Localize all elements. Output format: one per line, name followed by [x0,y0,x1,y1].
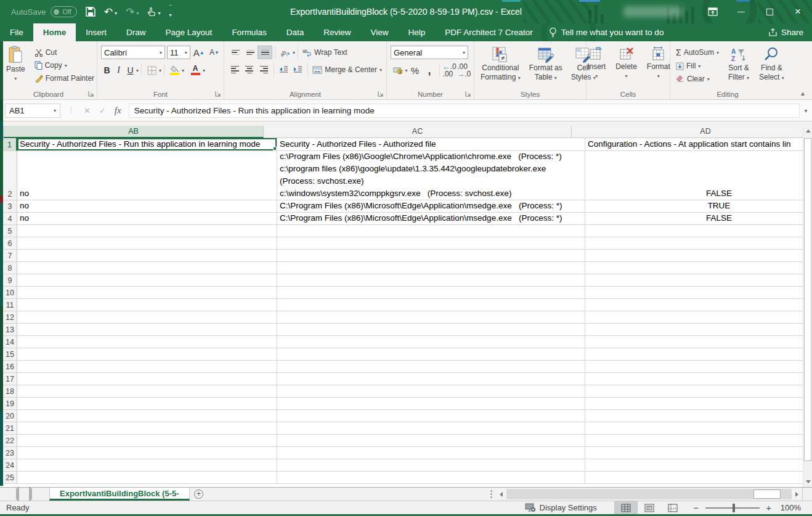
format-as-table-button[interactable]: Format as Table ▾ [527,46,565,83]
cell-AC5[interactable] [277,225,585,237]
row-header-20[interactable]: 20 [3,410,17,422]
cell-AD23[interactable] [585,447,803,459]
cell-AB20[interactable] [17,410,277,422]
collapse-ribbon-button[interactable]: ▲ [800,90,806,97]
vertical-scrollbar[interactable] [803,126,812,487]
cell-AD24[interactable] [585,459,803,472]
display-settings-button[interactable]: Display Settings [519,503,614,512]
tab-view[interactable]: View [360,23,398,41]
column-header-AC[interactable]: AC [264,126,572,138]
next-sheet-button[interactable] [29,489,32,500]
cell-AB9[interactable] [17,274,277,287]
cell-AC23[interactable] [277,447,585,459]
cell-AC8[interactable] [277,262,585,274]
cell-AB21[interactable] [17,422,277,435]
scroll-up-button[interactable] [803,126,812,136]
bottom-align-button[interactable] [258,46,272,59]
cell-AC1[interactable]: Security - Authorized Files - Authorized… [277,138,585,151]
cell-AD5[interactable] [585,225,803,237]
delete-cells-button[interactable]: Delete ▾ [613,46,639,81]
row-header-9[interactable]: 9 [3,274,17,287]
autosum-button[interactable]: Σ AutoSum ▾ [674,46,721,59]
cell-AD22[interactable] [585,435,803,447]
share-button[interactable]: Share [768,23,803,41]
find-select-button[interactable]: Find & Select ▾ [757,46,787,83]
borders-button[interactable] [144,63,159,77]
insert-function-button[interactable]: fx [115,105,121,116]
zoom-slider[interactable] [705,507,760,509]
cell-AC21[interactable] [277,422,585,435]
row-header-24[interactable]: 24 [3,459,17,472]
cell-AD13[interactable] [585,324,803,336]
row-header-7[interactable]: 7 [3,250,17,262]
cell-AB5[interactable] [17,225,277,237]
zoom-slider-thumb[interactable] [733,504,735,512]
sort-filter-button[interactable]: AZ Sort & Filter ▾ [726,46,752,83]
cell-AB19[interactable] [17,398,277,410]
row-header-1[interactable]: 1 [3,138,17,151]
increase-font-size-button[interactable]: A▲ [192,46,206,59]
cell-AB10[interactable] [17,287,277,299]
clipboard-dialog-launcher[interactable] [88,91,94,97]
tab-pdf-architect-7-creator[interactable]: PDF Architect 7 Creator [435,23,543,41]
conditional-formatting-button[interactable]: ≠ Conditional Formatting ▾ [478,46,523,83]
number-format-combobox[interactable]: General▾ [391,46,468,59]
cell-AC4[interactable]: C:\Program Files (x86)\Microsoft\Edge\Ap… [277,213,585,225]
minimize-button[interactable] [727,0,755,23]
bold-button[interactable]: B [101,63,113,77]
select-all-button[interactable] [3,126,4,138]
autosave-toggle[interactable]: Off [51,6,76,17]
maximize-button[interactable] [755,0,784,23]
formula-input[interactable]: Security - Authorized Files - Run this a… [129,104,800,118]
cell-AC22[interactable] [277,435,585,447]
normal-view-button[interactable] [614,501,638,514]
cell-AB18[interactable] [17,385,277,398]
font-name-combobox[interactable]: Calibri▾ [101,46,165,59]
top-align-button[interactable] [228,46,243,59]
cell-AB23[interactable] [17,447,277,459]
borders-dropdown-icon[interactable]: ▾ [159,68,161,73]
row-header-12[interactable]: 12 [3,311,17,324]
tab-formulas[interactable]: Formulas [222,23,276,41]
tab-file[interactable]: File [0,23,33,41]
row-header-8[interactable]: 8 [3,262,17,274]
cell-AB8[interactable] [17,262,277,274]
increase-indent-button[interactable] [291,63,305,76]
zoom-in-button[interactable]: + [766,502,772,513]
cell-AB7[interactable] [17,250,277,262]
copy-button[interactable]: Copy ▾ [33,60,96,71]
customize-qat-button[interactable]: ‾▾ [169,6,171,17]
cell-AD4[interactable]: FALSE [585,213,803,225]
row-header-10[interactable]: 10 [3,287,17,299]
fill-button[interactable]: Fill ▾ [674,60,721,72]
formula-bar-splitter[interactable]: ⋮ [68,107,75,115]
orientation-dropdown-icon[interactable]: ▾ [293,50,295,55]
cell-AD8[interactable] [585,262,803,274]
close-button[interactable]: × [784,0,812,23]
cell-AC13[interactable] [277,324,585,336]
row-header-25[interactable]: 25 [3,472,17,484]
tab-page-layout[interactable]: Page Layout [156,23,222,41]
expand-formula-bar-button[interactable]: ▾ [800,107,812,114]
name-box[interactable]: AB1 ▾ [5,104,60,118]
zoom-out-button[interactable]: − [693,502,699,513]
font-color-button[interactable]: A [188,63,203,77]
tell-me-box[interactable]: Tell me what you want to do [549,23,664,41]
cell-AC16[interactable] [277,361,585,373]
cell-AD10[interactable] [585,287,803,299]
cell-AB1[interactable]: Security - Authorized Files - Run this a… [17,138,277,151]
underline-dropdown-icon[interactable]: ▾ [136,68,139,73]
cancel-button[interactable]: ✕ [84,106,91,115]
cell-AD9[interactable] [585,274,803,287]
autosave-control[interactable]: AutoSave Off [11,6,77,17]
cell-AB13[interactable] [17,324,277,336]
cell-AB25[interactable] [17,472,277,484]
cell-AD15[interactable] [585,348,803,361]
font-dialog-launcher[interactable] [215,91,221,97]
middle-align-button[interactable] [243,46,258,59]
user-account-blurred[interactable] [623,6,683,17]
cell-AD3[interactable]: TRUE [585,200,803,213]
alignment-dialog-launcher[interactable] [378,91,384,97]
merge-center-button[interactable]: Merge & Center ▾ [311,64,384,75]
cell-AC15[interactable] [277,348,585,361]
